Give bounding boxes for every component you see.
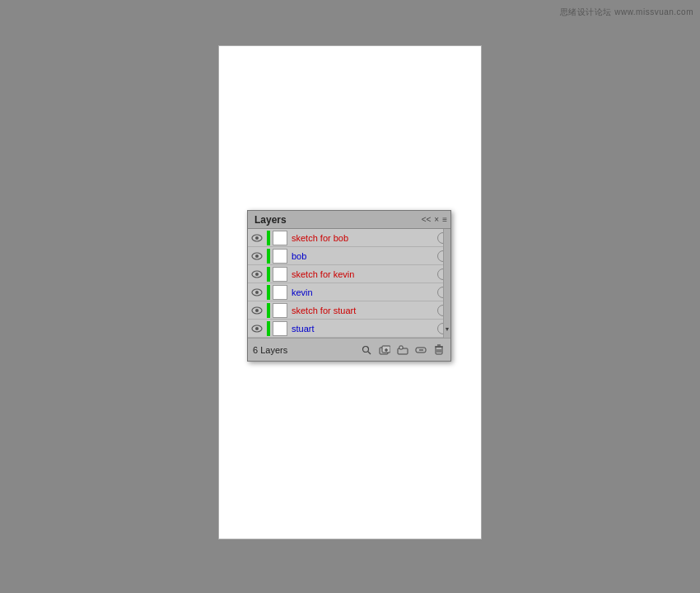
scroll-arrow-down[interactable]: ▼	[443, 320, 450, 338]
svg-point-12	[363, 346, 369, 352]
layer-name: bob	[292, 251, 434, 261]
color-indicator	[267, 231, 270, 245]
add-layer-icon[interactable]	[378, 343, 391, 357]
svg-point-9	[255, 309, 259, 312]
panel-title: Layers	[251, 214, 287, 226]
panel-footer: 6 Layers	[248, 338, 450, 361]
color-indicator	[267, 321, 270, 336]
svg-point-3	[255, 254, 259, 258]
layer-row[interactable]: sketch for stuart	[248, 301, 450, 320]
layer-thumbnail	[273, 303, 287, 318]
eye-icon[interactable]	[250, 231, 264, 245]
layer-row[interactable]: sketch for bob	[248, 229, 450, 247]
layer-name: kevin	[292, 287, 434, 297]
color-indicator	[267, 267, 270, 282]
svg-point-1	[255, 236, 259, 240]
group-icon[interactable]	[396, 343, 409, 357]
layer-thumbnail	[273, 249, 287, 264]
menu-icon[interactable]: ≡	[442, 215, 447, 224]
layer-thumbnail	[273, 231, 287, 245]
eye-icon[interactable]	[250, 321, 264, 336]
search-icon[interactable]	[360, 343, 373, 357]
layers-panel: Layers << × ≡ sketch for bob	[247, 210, 451, 362]
layer-name: sketch for kevin	[292, 269, 434, 279]
eye-icon[interactable]	[250, 303, 264, 318]
scrollbar-track[interactable]	[443, 229, 450, 320]
layers-list: sketch for bob bob	[248, 229, 450, 338]
layer-row[interactable]: stuart ▼	[248, 320, 450, 338]
layer-name: stuart	[292, 324, 434, 334]
svg-rect-19	[399, 346, 403, 349]
layer-row[interactable]: bob	[248, 247, 450, 265]
svg-point-5	[255, 273, 259, 276]
layer-thumbnail	[273, 285, 287, 300]
svg-point-11	[255, 327, 259, 330]
svg-line-13	[368, 352, 371, 354]
svg-point-7	[255, 291, 259, 294]
watermark: 思绪设计论坛 www.missvuan.com	[560, 7, 693, 18]
delete-icon[interactable]	[432, 343, 446, 357]
collapse-icon[interactable]: <<	[422, 215, 432, 224]
panel-toolbar	[360, 343, 446, 357]
layer-count: 6 Layers	[253, 345, 287, 355]
panel-header-icons: << × ≡	[422, 215, 447, 224]
close-icon[interactable]: ×	[434, 215, 439, 224]
layer-name: sketch for stuart	[292, 306, 434, 315]
eye-icon[interactable]	[250, 285, 264, 300]
color-indicator	[267, 249, 270, 264]
layer-row[interactable]: sketch for kevin	[248, 265, 450, 283]
color-indicator	[267, 285, 270, 300]
eye-icon[interactable]	[250, 267, 264, 282]
layer-thumbnail	[273, 267, 287, 282]
eye-icon[interactable]	[250, 249, 264, 264]
layer-thumbnail	[273, 321, 287, 336]
link-icon[interactable]	[414, 343, 427, 357]
panel-header: Layers << × ≡	[248, 211, 450, 229]
layer-row[interactable]: kevin	[248, 283, 450, 301]
color-indicator	[267, 303, 270, 318]
layer-name: sketch for bob	[292, 233, 434, 243]
